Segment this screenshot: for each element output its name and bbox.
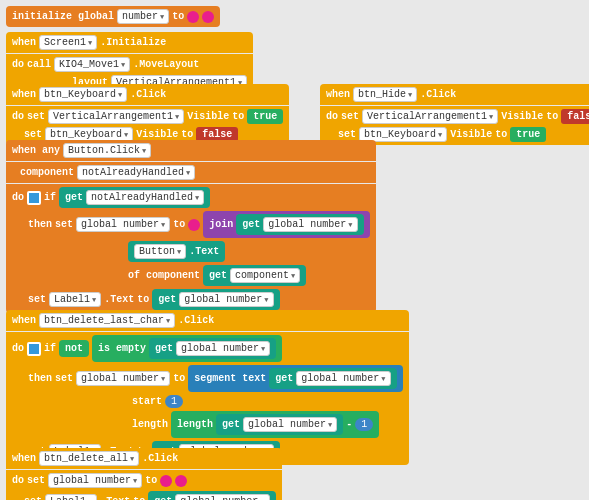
get-gn-seg: get global number [269,368,396,389]
to-all2-label: to [133,496,145,500]
get-global-num2: get global number [152,289,279,310]
true-hide-pill: true [510,127,546,142]
set-any-label: set [55,219,73,230]
btn-delete-last-block: when btn_delete_last_char .Click do if n… [6,310,409,465]
screen1-dropdown[interactable]: Screen1 [39,35,97,50]
length-block: length get global number - 1 [171,411,379,438]
not-already-get-dropdown[interactable]: notAlreadyHandled [86,190,204,205]
vert-arr1-dropdown[interactable]: VerticalArrangement1 [48,109,184,124]
to-del-label: to [173,373,185,384]
button-comp-dropdown[interactable]: Button [134,244,186,259]
join-label: join [209,219,233,230]
is-empty-label: is empty [98,343,146,354]
btn-keyboard-dropdown[interactable]: btn_Keyboard [39,87,127,102]
number-dropdown[interactable]: number [117,9,169,24]
to-any-label: to [173,219,185,230]
label1-dropdown[interactable]: Label1 [49,292,101,307]
visible-hide-label: Visible [501,111,543,122]
click-del-label: .Click [178,315,214,326]
set-label1-label: set [28,294,46,305]
vert-hide-dropdown[interactable]: VerticalArrangement1 [362,109,498,124]
button-click-dropdown[interactable]: Button.Click [63,143,151,158]
set-hide2-label: set [326,129,356,140]
get-gn-del: get global number [149,338,276,359]
global-num-del-dropdown[interactable]: global number [176,341,270,356]
get-global-num: get global number [236,214,363,235]
set-hide-label: set [341,111,359,122]
dot-text-label: .Text [189,246,219,257]
do-kbd-label: do [12,111,24,122]
if-del-checker [27,342,41,356]
set-del-label: set [55,373,73,384]
kio4-dropdown[interactable]: KIO4_Move1 [54,57,130,72]
btn-hide-block: when btn_Hide .Click do set VerticalArra… [320,84,589,145]
get-gn-len: get global number [216,414,343,435]
false-hide-pill: false [561,109,589,124]
then-label: then [28,219,52,230]
to-label: to [172,11,184,22]
join-block: join get global number [203,211,369,238]
movelayout-label: .MoveLayout [133,59,199,70]
global-num-all-dropdown[interactable]: global number [48,473,142,488]
global-num-del2-dropdown[interactable]: global number [76,371,170,386]
of-comp-label: of component [128,270,200,281]
val-circle-all [160,475,172,487]
segment-label: segment text [194,373,266,384]
btn-delete-all-block: when btn_delete_all .Click do set global… [6,448,282,500]
minus-num: 1 [355,418,373,431]
visible-label: Visible [187,111,229,122]
if-checker [27,191,41,205]
call-label: call [27,59,51,70]
btn-del-dropdown[interactable]: btn_delete_last_char [39,313,175,328]
not-already-dropdown[interactable]: notAlreadyHandled [77,165,195,180]
when-hide-label: when [326,89,350,100]
global-num2-dropdown[interactable]: global number [179,292,273,307]
click-hide-label: .Click [420,89,456,100]
get-all-label: get [154,496,172,500]
start-label: start [132,396,162,407]
get-not-already: get notAlreadyHandled [59,187,210,208]
set-kbd2-label: set [12,129,42,140]
not-label: not [65,343,83,354]
any-button-block: when any Button.Click component notAlrea… [6,140,376,313]
do-hide-label: do [326,111,338,122]
label1-all-dropdown[interactable]: Label1 [45,494,97,500]
to-all-label: to [145,475,157,486]
when-all-label: when [12,453,36,464]
get-comp-label: get [209,270,227,281]
global-num-len-dropdown[interactable]: global number [243,417,337,432]
btn-all-dropdown[interactable]: btn_delete_all [39,451,139,466]
get-del-label: get [155,343,173,354]
global-num-dropdown[interactable]: global number [263,217,357,232]
scratch-canvas: initialize global number to when Screen1… [0,0,589,500]
global-num-seg-dropdown[interactable]: global number [296,371,390,386]
global-num-all2-dropdown[interactable]: global number [175,494,269,500]
get-gn-label: get [242,219,260,230]
get-comp-block: get component [203,265,306,286]
to-visible-label: to [232,111,244,122]
do-label: do [12,59,24,70]
dot-text-all: .Text [100,496,130,500]
to-hide2-label: to [495,129,507,140]
init-global-header: initialize global number to [6,6,220,27]
click-all-label: .Click [142,453,178,464]
do-any-label: do [12,192,24,203]
do-all-label: do [12,475,24,486]
when-kbd-label: when [12,89,36,100]
minus-label: - [346,419,352,430]
set-label1-all: set [12,496,42,500]
btn-hide-dropdown[interactable]: btn_Hide [353,87,417,102]
start-num: 1 [165,395,183,408]
component-dropdown[interactable]: component [230,268,300,283]
to-label1-label: to [137,294,149,305]
global-number-set-dropdown[interactable]: global number [76,217,170,232]
value-circle [187,11,199,23]
set-kbd-label: set [27,111,45,122]
dot-text2-label: .Text [104,294,134,305]
true-pill: true [247,109,283,124]
visible2-label: Visible [136,129,178,140]
visible-hide2-label: Visible [450,129,492,140]
init-global-block: initialize global number to [6,6,220,27]
if-label: if [44,192,56,203]
init-global-label: initialize global [12,11,114,22]
